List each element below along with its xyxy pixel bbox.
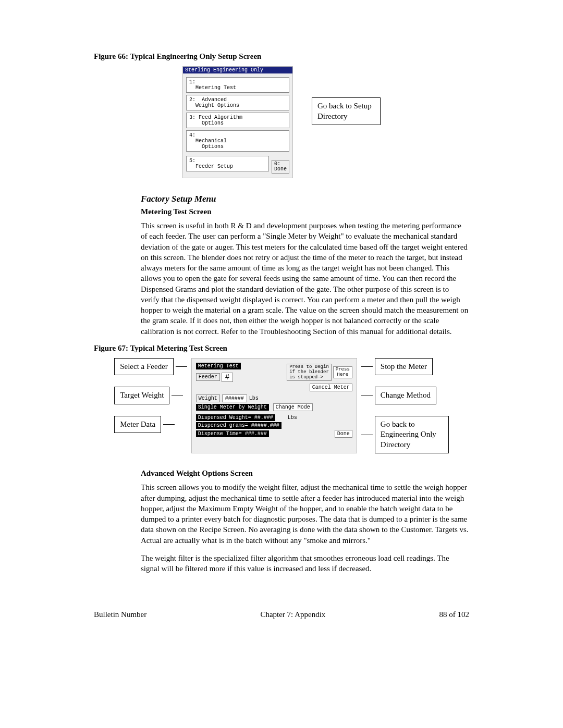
item-number: 4: xyxy=(189,132,195,138)
advanced-weight-para-1: This screen allows you to modify the wei… xyxy=(141,482,469,546)
footer-right: 88 of 102 xyxy=(439,610,469,619)
factory-setup-section: Factory Setup Menu Metering Test Screen … xyxy=(141,194,469,337)
item-label-line2: Options xyxy=(202,120,224,126)
connector-line xyxy=(172,396,183,396)
dispensed-weight-readout: Dispensed Weight= ##.### xyxy=(196,414,275,421)
menu-item-advanced-weight[interactable]: 2: Advanced Weight Options xyxy=(186,95,289,110)
item-number: 3: xyxy=(189,115,195,120)
item-label-line2: Weight Options xyxy=(195,103,239,108)
connector-line xyxy=(361,435,373,435)
figure-67-left-callouts: Select a Feeder Target Weight Meter Data xyxy=(114,358,187,454)
metering-test-header: Metering Test Screen xyxy=(141,207,469,216)
done-button[interactable]: Done xyxy=(335,430,352,438)
weight-label: Weight xyxy=(196,394,220,402)
weight-value-field[interactable]: ###### xyxy=(222,394,247,402)
advanced-weight-header: Advanced Weight Options Screen xyxy=(141,469,469,478)
panel-body: 1: Metering Test 2: Advanced Weight Opti… xyxy=(183,73,292,178)
callout-target-weight: Target Weight xyxy=(114,387,169,404)
menu-item-metering-test[interactable]: 1: Metering Test xyxy=(186,77,289,93)
metering-test-paragraph: This screen is useful in both R & D and … xyxy=(141,220,469,337)
panel-title: Metering Test xyxy=(196,363,241,369)
menu-item-feeder-setup[interactable]: 5: Feeder Setup xyxy=(186,156,269,171)
connector-line xyxy=(163,424,175,425)
page-footer: Bulletin Number Chapter 7: Appendix 88 o… xyxy=(94,610,469,619)
item-label-line1: Feed Algorithm xyxy=(199,115,242,120)
footer-left: Bulletin Number xyxy=(94,610,146,619)
dispense-time-readout: Dispense Time= ###.### xyxy=(196,430,269,437)
item-number: 1: xyxy=(189,79,195,85)
callout-select-feeder: Select a Feeder xyxy=(114,358,174,376)
menu-item-mechanical[interactable]: 4: Mechanical Options xyxy=(186,130,289,152)
item-label-line2: Options xyxy=(202,144,224,150)
feeder-label: Feeder xyxy=(196,373,220,381)
factory-setup-header: Factory Setup Menu xyxy=(141,194,469,204)
item-label-line1: Mechanical xyxy=(195,138,227,144)
item-number: 2: xyxy=(189,97,195,103)
item-number: 5: xyxy=(189,158,195,164)
connector-line xyxy=(361,396,373,396)
callout-goback-engineering: Go back to Engineering Only Directory xyxy=(375,416,449,454)
figure-66: Sterling Engineering Only 1: Metering Te… xyxy=(94,66,469,178)
advanced-weight-para-2: The weight filter is the specialized fil… xyxy=(141,553,469,574)
item-label: Metering Test xyxy=(195,85,236,91)
dispensed-grams-readout: Dispensed grams= #####.### xyxy=(196,422,282,429)
figure-67-title: Figure 67: Typical Metering Test Screen xyxy=(94,344,469,353)
item-label: Feeder Setup xyxy=(195,164,233,169)
callout-change-method: Change Method xyxy=(375,387,436,404)
callout-connector: Go back to Setup Directory xyxy=(312,97,381,125)
page-content: Figure 66: Typical Engineering Only Setu… xyxy=(63,0,500,650)
cancel-meter-button[interactable]: Cancel Meter xyxy=(310,384,352,391)
connector-line xyxy=(176,366,187,367)
advanced-weight-section: Advanced Weight Options Screen This scre… xyxy=(141,469,469,574)
metering-test-panel: Metering Test Feeder # Press to Begin if… xyxy=(191,358,357,454)
callout-meter-data: Meter Data xyxy=(114,416,161,434)
footer-center: Chapter 7: Appendix xyxy=(260,610,325,619)
callout-stop-meter: Stop the Meter xyxy=(375,358,433,376)
panel-title-bar: Sterling Engineering Only xyxy=(183,67,292,73)
done-label: Done xyxy=(274,166,287,172)
menu-item-feed-algorithm[interactable]: 3: Feed Algorithm Options xyxy=(186,113,289,128)
engineering-only-panel: Sterling Engineering Only 1: Metering Te… xyxy=(182,66,293,178)
connector-line xyxy=(361,366,373,367)
item-label-line1: Advanced xyxy=(202,97,227,103)
figure-66-title: Figure 66: Typical Engineering Only Setu… xyxy=(94,52,469,61)
press-here-button[interactable]: Press Here xyxy=(333,366,352,379)
callout-goback-setup: Go back to Setup Directory xyxy=(312,97,381,125)
figure-67: Select a Feeder Target Weight Meter Data… xyxy=(94,358,469,454)
figure-67-right-callouts: Stop the Meter Change Method Go back to … xyxy=(361,358,449,454)
weight-unit-label: Lbs xyxy=(249,396,259,401)
dispensed-weight-unit: Lbs xyxy=(288,415,297,421)
done-button[interactable]: 0: Done xyxy=(272,160,289,174)
feeder-value-field[interactable]: # xyxy=(222,373,233,382)
begin-prompt-box: Press to Begin if the blender is stopped… xyxy=(287,364,332,381)
change-mode-button[interactable]: Change Mode xyxy=(273,403,313,411)
single-meter-mode: Single Meter by Weight xyxy=(196,404,269,411)
